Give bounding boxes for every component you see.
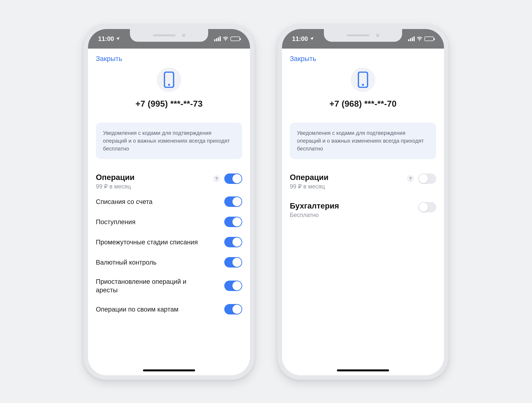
phone-icon — [357, 71, 369, 88]
svg-point-1 — [168, 84, 170, 86]
wifi-icon — [417, 35, 423, 42]
list-item: Приостановление операций и аресты — [88, 272, 250, 299]
phone-number: +7 (995) ***-**-73 — [135, 99, 203, 109]
location-icon — [115, 35, 120, 42]
list-item: Списания со счета — [88, 192, 250, 212]
toggle-item[interactable] — [224, 304, 242, 314]
item-label: Приостановление операций и аресты — [96, 277, 202, 294]
toggle-operations[interactable] — [418, 173, 436, 184]
phone-number: +7 (968) ***-**-70 — [329, 99, 397, 109]
phone-header: +7 (968) ***-**-70 — [282, 66, 444, 114]
battery-icon — [424, 37, 434, 41]
section-subtitle: Бесплатно — [290, 212, 339, 218]
item-label: Списания со счета — [96, 198, 152, 206]
list-item: Операции по своим картам — [88, 299, 250, 319]
item-label: Валютный контроль — [96, 258, 157, 267]
status-time: 11:00 — [292, 35, 308, 42]
status-bar: 11:00 — [88, 29, 250, 49]
status-time: 11:00 — [98, 35, 114, 42]
section-accounting: Бухгалтерия Бесплатно — [282, 192, 444, 220]
phone-header: +7 (995) ***-**-73 — [88, 66, 250, 114]
phone-screen: 11:00 Закрыть — [88, 29, 250, 375]
toggle-item[interactable] — [224, 196, 242, 207]
item-label: Поступления — [96, 218, 135, 226]
close-button[interactable]: Закрыть — [282, 49, 324, 66]
section-operations: Операции 99 ₽ в месяц ? — [88, 166, 250, 192]
info-card: Уведомления с кодами для подтверждения о… — [96, 123, 242, 159]
home-indicator[interactable] — [143, 369, 195, 371]
notch — [324, 29, 402, 42]
section-title: Бухгалтерия — [290, 201, 339, 210]
help-icon[interactable]: ? — [213, 175, 220, 182]
close-button[interactable]: Закрыть — [88, 49, 130, 66]
location-icon — [310, 35, 314, 42]
phone-mockup-left: 11:00 Закрыть — [83, 25, 255, 380]
cellular-icon — [214, 36, 221, 41]
notch — [130, 29, 208, 42]
phone-icon — [163, 71, 175, 88]
list-item: Промежуточные стадии списания — [88, 232, 250, 252]
toggle-operations[interactable] — [224, 173, 242, 184]
section-title: Операции — [290, 173, 329, 182]
phone-icon-circle — [157, 68, 181, 92]
screen-content: Закрыть +7 (968) ***-**-70 Уведомления с… — [282, 49, 444, 375]
list-item: Валютный контроль — [88, 252, 250, 272]
section-subtitle: 99 ₽ в месяц — [290, 183, 329, 190]
help-icon[interactable]: ? — [407, 175, 414, 182]
toggle-accounting[interactable] — [418, 202, 436, 212]
phone-icon-circle — [351, 68, 375, 92]
toggle-item[interactable] — [224, 257, 242, 268]
section-operations: Операции 99 ₽ в месяц ? — [282, 166, 444, 192]
toggle-item[interactable] — [224, 281, 242, 291]
section-title: Операции — [96, 173, 135, 182]
svg-point-3 — [362, 84, 364, 86]
home-indicator[interactable] — [337, 369, 389, 371]
battery-icon — [230, 37, 240, 41]
toggle-item[interactable] — [224, 237, 242, 247]
phone-mockup-right: 11:00 Закрыть — [277, 25, 449, 380]
cellular-icon — [408, 36, 415, 41]
toggle-item[interactable] — [224, 217, 242, 227]
item-label: Операции по своим картам — [96, 305, 178, 313]
item-label: Промежуточные стадии списания — [96, 238, 198, 246]
status-bar: 11:00 — [282, 29, 444, 49]
screen-content: Закрыть +7 (995) ***-**-73 Уведомления с… — [88, 49, 250, 375]
phone-screen: 11:00 Закрыть — [282, 29, 444, 375]
section-subtitle: 99 ₽ в месяц — [96, 183, 135, 190]
wifi-icon — [223, 35, 228, 42]
info-card: Уведомления с кодами для подтверждения о… — [290, 123, 436, 159]
list-item: Поступления — [88, 212, 250, 232]
